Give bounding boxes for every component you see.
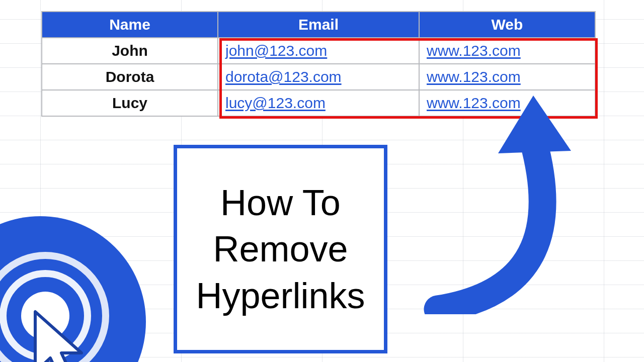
cell-web-link[interactable]: www.123.com xyxy=(419,90,595,116)
header-email: Email xyxy=(218,12,419,38)
title-line: Hyperlinks xyxy=(196,273,365,319)
table-row: Dorota dorota@123.com www.123.com xyxy=(42,64,595,90)
cell-web-link[interactable]: www.123.com xyxy=(419,38,595,64)
cell-email-link[interactable]: dorota@123.com xyxy=(218,64,419,90)
table-row: John john@123.com www.123.com xyxy=(42,38,595,64)
cell-name[interactable]: Dorota xyxy=(42,64,218,90)
cell-web-link[interactable]: www.123.com xyxy=(419,64,595,90)
title-line: Remove xyxy=(196,226,365,272)
header-web: Web xyxy=(419,12,595,38)
cell-email-link[interactable]: lucy@123.com xyxy=(218,90,419,116)
cell-name[interactable]: John xyxy=(42,38,218,64)
table-row: Lucy lucy@123.com www.123.com xyxy=(42,90,595,116)
cell-name[interactable]: Lucy xyxy=(42,90,218,116)
tutorial-title-box: How To Remove Hyperlinks xyxy=(174,145,387,353)
data-table: Name Email Web John john@123.com www.123… xyxy=(41,11,596,117)
header-name: Name xyxy=(42,12,218,38)
title-line: How To xyxy=(196,179,365,226)
cell-email-link[interactable]: john@123.com xyxy=(218,38,419,64)
